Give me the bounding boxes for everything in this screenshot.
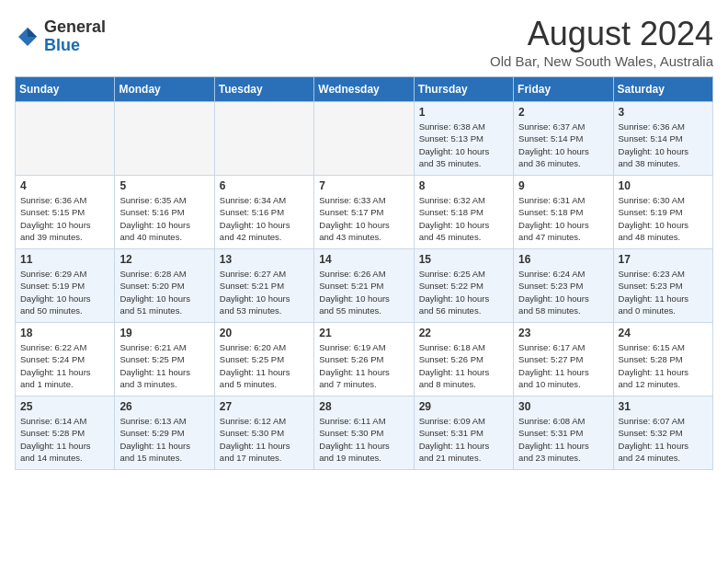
calendar-cell: 4Sunrise: 6:36 AM Sunset: 5:15 PM Daylig… — [16, 176, 115, 249]
day-info: Sunrise: 6:36 AM Sunset: 5:14 PM Dayligh… — [619, 121, 708, 169]
calendar-cell: 5Sunrise: 6:35 AM Sunset: 5:16 PM Daylig… — [115, 176, 214, 249]
day-info: Sunrise: 6:38 AM Sunset: 5:13 PM Dayligh… — [419, 121, 508, 169]
day-number: 7 — [319, 179, 408, 192]
calendar-cell — [115, 102, 214, 176]
weekday-header: Thursday — [414, 77, 513, 102]
calendar-cell: 25Sunrise: 6:14 AM Sunset: 5:28 PM Dayli… — [16, 396, 115, 470]
day-number: 10 — [619, 179, 708, 192]
day-number: 3 — [619, 106, 708, 119]
calendar-cell: 7Sunrise: 6:33 AM Sunset: 5:17 PM Daylig… — [314, 176, 414, 249]
day-info: Sunrise: 6:32 AM Sunset: 5:18 PM Dayligh… — [419, 194, 508, 243]
calendar-cell: 20Sunrise: 6:20 AM Sunset: 5:25 PM Dayli… — [214, 323, 313, 396]
month-title: August 2024 — [490, 15, 713, 53]
page-header: General Blue August 2024 Old Bar, New So… — [15, 15, 713, 69]
weekday-header: Wednesday — [314, 77, 414, 102]
calendar-cell: 8Sunrise: 6:32 AM Sunset: 5:18 PM Daylig… — [414, 176, 513, 249]
day-number: 14 — [319, 253, 408, 266]
day-number: 16 — [518, 253, 608, 266]
calendar-cell: 12Sunrise: 6:28 AM Sunset: 5:20 PM Dayli… — [115, 249, 214, 323]
calendar-cell: 28Sunrise: 6:11 AM Sunset: 5:30 PM Dayli… — [314, 396, 414, 470]
calendar-cell: 14Sunrise: 6:26 AM Sunset: 5:21 PM Dayli… — [314, 249, 414, 323]
day-info: Sunrise: 6:35 AM Sunset: 5:16 PM Dayligh… — [119, 194, 209, 243]
day-info: Sunrise: 6:30 AM Sunset: 5:19 PM Dayligh… — [619, 194, 708, 243]
day-number: 31 — [619, 400, 708, 413]
calendar-cell: 27Sunrise: 6:12 AM Sunset: 5:30 PM Dayli… — [214, 396, 313, 470]
calendar-cell — [214, 102, 313, 176]
day-number: 6 — [220, 179, 309, 192]
calendar-cell: 6Sunrise: 6:34 AM Sunset: 5:16 PM Daylig… — [214, 176, 313, 249]
day-info: Sunrise: 6:18 AM Sunset: 5:26 PM Dayligh… — [419, 341, 508, 390]
calendar-week-row: 25Sunrise: 6:14 AM Sunset: 5:28 PM Dayli… — [16, 396, 713, 470]
logo-icon — [15, 24, 40, 50]
calendar-cell: 16Sunrise: 6:24 AM Sunset: 5:23 PM Dayli… — [514, 249, 613, 323]
calendar-week-row: 1Sunrise: 6:38 AM Sunset: 5:13 PM Daylig… — [16, 102, 713, 176]
calendar-cell: 23Sunrise: 6:17 AM Sunset: 5:27 PM Dayli… — [514, 323, 613, 396]
weekday-header: Friday — [514, 77, 613, 102]
calendar-header: SundayMondayTuesdayWednesdayThursdayFrid… — [16, 77, 713, 102]
day-info: Sunrise: 6:28 AM Sunset: 5:20 PM Dayligh… — [119, 268, 209, 316]
calendar-cell: 13Sunrise: 6:27 AM Sunset: 5:21 PM Dayli… — [214, 249, 313, 323]
day-number: 19 — [119, 327, 209, 339]
weekday-header: Monday — [115, 77, 214, 102]
day-number: 22 — [419, 327, 508, 339]
day-number: 15 — [419, 253, 508, 266]
calendar-cell: 31Sunrise: 6:07 AM Sunset: 5:32 PM Dayli… — [613, 396, 712, 470]
day-info: Sunrise: 6:23 AM Sunset: 5:23 PM Dayligh… — [619, 268, 708, 316]
day-info: Sunrise: 6:34 AM Sunset: 5:16 PM Dayligh… — [220, 194, 309, 243]
weekday-header: Sunday — [16, 77, 115, 102]
day-info: Sunrise: 6:29 AM Sunset: 5:19 PM Dayligh… — [20, 268, 109, 316]
day-info: Sunrise: 6:12 AM Sunset: 5:30 PM Dayligh… — [220, 415, 309, 464]
day-number: 23 — [518, 327, 608, 339]
calendar-cell: 9Sunrise: 6:31 AM Sunset: 5:18 PM Daylig… — [514, 176, 613, 249]
location: Old Bar, New South Wales, Australia — [490, 53, 713, 69]
calendar-body: 1Sunrise: 6:38 AM Sunset: 5:13 PM Daylig… — [16, 102, 713, 470]
day-info: Sunrise: 6:20 AM Sunset: 5:25 PM Dayligh… — [220, 341, 309, 390]
calendar-cell — [16, 102, 115, 176]
day-number: 2 — [518, 106, 608, 119]
day-info: Sunrise: 6:33 AM Sunset: 5:17 PM Dayligh… — [319, 194, 408, 243]
day-number: 12 — [119, 253, 209, 266]
day-info: Sunrise: 6:07 AM Sunset: 5:32 PM Dayligh… — [619, 415, 708, 464]
calendar-cell: 18Sunrise: 6:22 AM Sunset: 5:24 PM Dayli… — [16, 323, 115, 396]
calendar-cell: 19Sunrise: 6:21 AM Sunset: 5:25 PM Dayli… — [115, 323, 214, 396]
calendar-cell: 3Sunrise: 6:36 AM Sunset: 5:14 PM Daylig… — [613, 102, 712, 176]
day-number: 20 — [220, 327, 309, 339]
svg-marker-1 — [28, 28, 37, 37]
day-number: 25 — [20, 400, 109, 413]
calendar-cell: 24Sunrise: 6:15 AM Sunset: 5:28 PM Dayli… — [613, 323, 712, 396]
calendar-cell: 22Sunrise: 6:18 AM Sunset: 5:26 PM Dayli… — [414, 323, 513, 396]
day-info: Sunrise: 6:14 AM Sunset: 5:28 PM Dayligh… — [20, 415, 109, 464]
day-number: 8 — [419, 179, 508, 192]
day-info: Sunrise: 6:08 AM Sunset: 5:31 PM Dayligh… — [518, 415, 608, 464]
day-number: 13 — [220, 253, 309, 266]
calendar-cell: 21Sunrise: 6:19 AM Sunset: 5:26 PM Dayli… — [314, 323, 414, 396]
day-number: 4 — [20, 179, 109, 192]
weekday-header: Saturday — [613, 77, 712, 102]
day-info: Sunrise: 6:24 AM Sunset: 5:23 PM Dayligh… — [518, 268, 608, 316]
day-info: Sunrise: 6:15 AM Sunset: 5:28 PM Dayligh… — [619, 341, 708, 390]
day-number: 9 — [518, 179, 608, 192]
day-number: 28 — [319, 400, 408, 413]
calendar-cell: 30Sunrise: 6:08 AM Sunset: 5:31 PM Dayli… — [514, 396, 613, 470]
calendar-table: SundayMondayTuesdayWednesdayThursdayFrid… — [15, 76, 713, 470]
calendar-week-row: 11Sunrise: 6:29 AM Sunset: 5:19 PM Dayli… — [16, 249, 713, 323]
logo: General Blue — [15, 18, 106, 55]
day-info: Sunrise: 6:13 AM Sunset: 5:29 PM Dayligh… — [119, 415, 209, 464]
day-info: Sunrise: 6:22 AM Sunset: 5:24 PM Dayligh… — [20, 341, 109, 390]
day-number: 21 — [319, 327, 408, 339]
calendar-cell: 1Sunrise: 6:38 AM Sunset: 5:13 PM Daylig… — [414, 102, 513, 176]
calendar-cell: 2Sunrise: 6:37 AM Sunset: 5:14 PM Daylig… — [514, 102, 613, 176]
calendar-cell: 15Sunrise: 6:25 AM Sunset: 5:22 PM Dayli… — [414, 249, 513, 323]
day-info: Sunrise: 6:25 AM Sunset: 5:22 PM Dayligh… — [419, 268, 508, 316]
day-number: 27 — [220, 400, 309, 413]
day-number: 26 — [119, 400, 209, 413]
day-info: Sunrise: 6:19 AM Sunset: 5:26 PM Dayligh… — [319, 341, 408, 390]
day-number: 1 — [419, 106, 508, 119]
day-info: Sunrise: 6:26 AM Sunset: 5:21 PM Dayligh… — [319, 268, 408, 316]
day-info: Sunrise: 6:36 AM Sunset: 5:15 PM Dayligh… — [20, 194, 109, 243]
calendar-week-row: 18Sunrise: 6:22 AM Sunset: 5:24 PM Dayli… — [16, 323, 713, 396]
day-info: Sunrise: 6:31 AM Sunset: 5:18 PM Dayligh… — [518, 194, 608, 243]
day-info: Sunrise: 6:11 AM Sunset: 5:30 PM Dayligh… — [319, 415, 408, 464]
calendar-week-row: 4Sunrise: 6:36 AM Sunset: 5:15 PM Daylig… — [16, 176, 713, 249]
title-block: August 2024 Old Bar, New South Wales, Au… — [490, 15, 713, 69]
